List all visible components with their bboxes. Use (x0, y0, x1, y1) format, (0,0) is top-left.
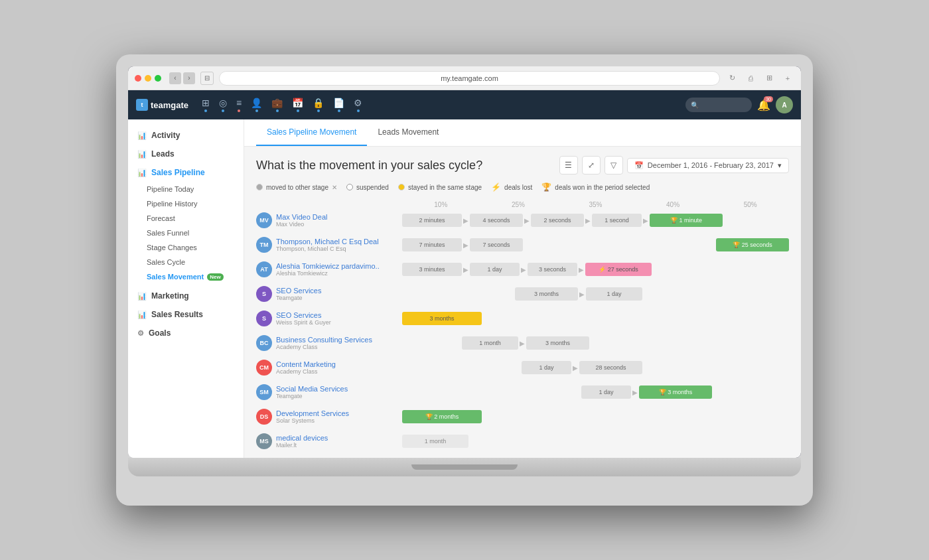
bar-stayed: 3 months (402, 312, 482, 325)
nav-people[interactable]: 👤 (251, 98, 262, 112)
bar-lost: ⚡ 27 seconds (585, 263, 652, 276)
lost-label: deals lost (504, 184, 532, 191)
sidebar-sub-forecast[interactable]: Forecast (128, 211, 244, 226)
share-button[interactable]: ⎙ (744, 72, 757, 85)
deal-bars: 1 day ▶ 🏆 3 months (402, 385, 789, 399)
bar-segment: 1 day (586, 287, 642, 301)
search-bar[interactable]: 🔍 (685, 98, 752, 112)
deal-company: Teamgate (276, 393, 402, 399)
goals-icon: ⚙ (137, 329, 144, 338)
nav-deals[interactable]: 💼 (271, 98, 283, 112)
filter-button[interactable]: ▽ (605, 156, 623, 175)
arrow-icon: ▶ (579, 266, 584, 273)
marketing-icon: 📊 (137, 292, 147, 301)
minimize-button[interactable] (145, 75, 151, 82)
nav-settings[interactable]: ⚙ (354, 98, 362, 112)
arrow-icon: ▶ (632, 389, 638, 396)
deal-details: Development Services Solar Systems (276, 409, 402, 424)
sidebar-sub-sales-cycle[interactable]: Sales Cycle (128, 255, 244, 269)
deal-name[interactable]: Aleshia Tomkiewicz pardavimo.. (276, 262, 402, 270)
sidebar-sub-pipeline-today[interactable]: Pipeline Today (128, 182, 244, 196)
date-picker[interactable]: 📅 December 1, 2016 - February 23, 2017 ▾ (627, 158, 789, 173)
suspended-dot (346, 184, 353, 190)
deal-info-max-video: MV Max Video Deal Max Video (256, 212, 402, 228)
deal-name[interactable]: SEO Services (276, 287, 402, 295)
deal-name[interactable]: Thompson, Michael C Esq Deal (276, 238, 402, 245)
arrow-icon: ▶ (585, 217, 591, 224)
forward-button[interactable]: › (183, 72, 195, 84)
sidebar-sub-pipeline-history[interactable]: Pipeline History (128, 196, 244, 211)
content-header: Sales Pipeline Movement Leads Movement (244, 119, 801, 147)
nav-contacts[interactable]: ◎ (219, 98, 227, 112)
arrow-icon: ▶ (579, 291, 585, 298)
sidebar-item-goals[interactable]: ⚙ Goals (128, 324, 244, 342)
sidebar-item-leads[interactable]: 📊 Leads (128, 145, 244, 163)
tab-sales-pipeline-movement[interactable]: Sales Pipeline Movement (256, 119, 367, 146)
close-button[interactable] (135, 75, 141, 82)
sidebar-sub-sales-funnel[interactable]: Sales Funnel (128, 226, 244, 240)
sales-results-icon: 📊 (137, 311, 147, 319)
notifications-button[interactable]: 🔔 30 (757, 99, 770, 111)
deal-avatar: AT (256, 261, 272, 277)
table-row: DS Development Services Solar Systems 🏆 … (256, 406, 789, 427)
deal-name[interactable]: Social Media Services (276, 385, 402, 393)
tab-label-leads: Leads Movement (378, 127, 439, 137)
reload-button[interactable]: ↻ (725, 72, 739, 85)
user-avatar[interactable]: A (776, 96, 793, 113)
deal-avatar: BC (256, 335, 272, 351)
deal-company: Mailer.lt (276, 442, 402, 449)
laptop-screen: ‹ › ⊟ my.teamgate.com ↻ ⎙ ⊞ + t teamgate (128, 66, 801, 458)
nav-security[interactable]: 🔒 (313, 98, 324, 112)
deal-bars: 3 minutes ▶ 1 day ▶ 3 seconds ▶ ⚡ 27 sec… (402, 263, 789, 276)
bar-segment: 3 months (526, 336, 589, 350)
back-button[interactable]: ‹ (169, 72, 181, 84)
deal-company: Thompson, Michael C Esq (276, 245, 402, 252)
deal-avatar: CM (256, 360, 272, 376)
deal-company: Academy Class (276, 368, 402, 375)
bookmark-button[interactable]: ⊞ (762, 72, 776, 85)
nav-documents[interactable]: 📄 (333, 98, 344, 112)
legend-suspended: suspended (346, 184, 389, 191)
deal-details: Social Media Services Teamgate (276, 385, 402, 399)
sidebar-sub-sales-movement[interactable]: Sales Movement New (128, 269, 244, 284)
deal-bars: 2 minutes ▶ 4 seconds ▶ 2 seconds ▶ 1 se… (402, 214, 789, 227)
deal-bars: 3 months ▶ 1 day (402, 287, 789, 301)
tab-leads-movement[interactable]: Leads Movement (367, 119, 449, 146)
nav-calendar[interactable]: 📅 (292, 98, 303, 112)
menu-button[interactable]: ☰ (559, 156, 578, 175)
deal-name[interactable]: SEO Services (276, 311, 402, 319)
suspended-label: suspended (356, 184, 389, 191)
deal-name[interactable]: Business Consulting Services (276, 336, 402, 344)
maximize-button[interactable] (155, 75, 161, 82)
sidebar-sub-stage-changes[interactable]: Stage Changes (128, 240, 244, 255)
sidebar-item-sales-results[interactable]: 📊 Sales Results (128, 305, 244, 324)
sidebar-label-goals: Goals (149, 328, 171, 338)
deal-avatar: S (256, 286, 272, 302)
expand-button[interactable]: ⤢ (582, 156, 601, 175)
bar-won: 🏆 1 minute (650, 214, 723, 227)
deal-name[interactable]: Content Marketing (276, 360, 402, 368)
bar-won: 🏆 2 months (402, 410, 482, 423)
tab-button[interactable]: ⊟ (200, 72, 214, 85)
new-tab-button[interactable]: + (781, 72, 794, 85)
header-actions: ☰ ⤢ ▽ 📅 December 1, 2016 - February 23, … (559, 156, 789, 175)
deal-name[interactable]: Max Video Deal (276, 213, 402, 221)
sidebar-label-marketing: Marketing (151, 291, 189, 301)
deal-name[interactable]: medical devices (276, 434, 402, 442)
bar-segment: 1 day (470, 263, 520, 276)
nav-notes[interactable]: ≡ (236, 98, 242, 112)
sidebar-item-marketing[interactable]: 📊 Marketing (128, 287, 244, 305)
deal-avatar: S (256, 311, 272, 326)
deal-details: SEO Services Teamgate (276, 287, 402, 301)
sidebar-item-sales-pipeline[interactable]: 📊 Sales Pipeline (128, 163, 244, 182)
dashboard-icon: ⊞ (202, 98, 210, 108)
sidebar-label-leads: Leads (151, 149, 175, 159)
address-bar[interactable]: my.teamgate.com (219, 71, 720, 86)
deal-info-seo1: S SEO Services Teamgate (256, 286, 402, 302)
sidebar-item-activity[interactable]: 📊 Activity (128, 126, 244, 145)
deal-avatar: MS (256, 433, 272, 449)
deal-name[interactable]: Development Services (276, 409, 402, 417)
arrow-icon: ▶ (463, 217, 468, 224)
nav-dashboard[interactable]: ⊞ (202, 98, 210, 112)
deal-details: medical devices Mailer.lt (276, 434, 402, 449)
